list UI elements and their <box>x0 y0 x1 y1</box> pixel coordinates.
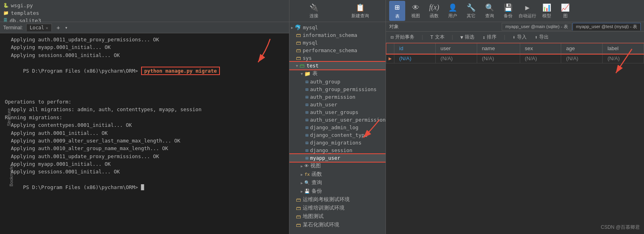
file-templates[interactable]: 📁 templates <box>0 9 289 17</box>
table-icon-6: ⊞ <box>306 117 308 123</box>
tree-views-folder[interactable]: ▶ 👁 视图 <box>289 162 386 170</box>
col-name[interactable]: name <box>477 43 520 54</box>
views-folder-icon: 👁 <box>304 163 309 169</box>
tab-chevron-icon[interactable]: ▾ <box>65 25 68 31</box>
toolbar-view-btn[interactable]: 👁 视图 <box>408 3 424 19</box>
table-label-7: django_admin_log <box>310 124 358 130</box>
tree-mysql-db[interactable]: 🗃 mysql <box>289 39 386 47</box>
model-tool-label: 模型 <box>542 13 551 19</box>
db-petro-icon: 🗃 <box>296 222 301 228</box>
tree-backup-folder[interactable]: ▶ 💾 备份 <box>289 187 386 195</box>
filter-btn[interactable]: ▼ 筛选 <box>459 33 476 41</box>
tree-root-mysql[interactable]: ▶ 🐬 mysql <box>289 24 386 31</box>
toolbar-query-btn[interactable]: 🔍 查询 <box>482 3 498 19</box>
toolbar-autorun-btn[interactable]: ▶ 自动运行 <box>519 3 536 19</box>
chevron-right-icon-fn: ▶ <box>301 173 303 177</box>
tree-test-db[interactable]: ▼ 🗃 test <box>289 62 386 69</box>
table-icon-10: ⊞ <box>306 148 308 153</box>
col-user[interactable]: user <box>435 43 477 54</box>
tree-django-session[interactable]: ⊞ django_session <box>289 147 386 154</box>
filter-label: 筛选 <box>465 34 474 41</box>
db-label-1: information_schema <box>303 32 357 38</box>
text-btn[interactable]: T 文本 <box>429 33 446 41</box>
import-label: 导入 <box>517 34 527 41</box>
sort-btn[interactable]: ↕ 排序 <box>481 33 498 41</box>
terminal-local-tab[interactable]: Local ✕ <box>26 24 52 31</box>
col-sex[interactable]: sex <box>520 43 561 54</box>
tree-petro-test[interactable]: 🗃 某石化测试环境 <box>289 221 386 229</box>
view-tool-label: 视图 <box>411 13 420 19</box>
cell-id[interactable]: (N/A) <box>394 54 436 63</box>
tree-information-schema[interactable]: 🗃 information_schema <box>289 31 386 39</box>
table-label-9: django_migrations <box>310 140 361 146</box>
backup-tool-icon: 💾 <box>504 3 513 12</box>
tree-auth-user-groups[interactable]: ⊞ auth_user_groups <box>289 108 386 116</box>
tree-map-test[interactable]: 🗃 地图测试 <box>289 212 386 221</box>
begin-transaction-btn[interactable]: ⊡ 开始事务 <box>389 33 416 41</box>
tree-tables-folder[interactable]: ▼ 📁 表 <box>289 69 386 78</box>
import-btn[interactable]: ⬇ 导入 <box>511 33 528 41</box>
toolbar-other-btn[interactable]: 🔧 其它 <box>463 3 479 19</box>
tree-functions-folder[interactable]: ▶ fx 函数 <box>289 170 386 179</box>
add-tab-button[interactable]: + <box>55 24 62 31</box>
right-panel: ⊞ 表 👁 视图 f(x) 函数 👤 用户 🔧 其它 🔍 查询 💾 备份 ▶ <box>386 0 644 234</box>
tab-close-icon[interactable]: ✕ <box>46 26 48 30</box>
tree-auth-group-permissions[interactable]: ⊞ auth_group_permissions <box>289 85 386 93</box>
new-query-button[interactable]: 📋 新建查询 <box>351 3 369 19</box>
divider-3: | <box>503 35 506 40</box>
tree-auth-user-user-permission[interactable]: ⊞ auth_user_user_permission <box>289 116 386 124</box>
toolbar-model-btn[interactable]: 📊 模型 <box>539 3 555 19</box>
tree-sys[interactable]: 🗃 sys <box>289 54 386 62</box>
db-label-3: performance_schema <box>303 47 357 53</box>
toolbar-table-btn[interactable]: ⊞ 表 <box>389 1 405 21</box>
toolbar-user-btn[interactable]: 👤 用户 <box>445 3 461 19</box>
cell-age: (N/A) <box>561 54 603 63</box>
tree-performance-schema[interactable]: 🗃 performance_schema <box>289 47 386 54</box>
col-id[interactable]: id <box>394 43 436 54</box>
connect-button[interactable]: 🔌 连接 <box>306 3 322 19</box>
cell-label: (N/A) <box>603 54 644 63</box>
col-age[interactable]: age <box>561 43 603 54</box>
table-icon-4: ⊞ <box>306 102 308 108</box>
data-table: id user name sex age label ▶ (N/A) (N/A)… <box>386 43 644 63</box>
filter-icon: ▼ <box>460 35 463 40</box>
table-icon-5: ⊞ <box>306 110 308 115</box>
structure-label: Structure <box>6 108 11 126</box>
table-label-1: auth_group <box>310 79 340 85</box>
toolbar-chart-btn[interactable]: 📈 图 <box>557 3 573 19</box>
text-label: 文本 <box>435 34 445 41</box>
terminal-line-10: Applying contenttypes.0001_initial... OK <box>5 121 284 129</box>
toolbar-backup-btn[interactable]: 💾 备份 <box>500 3 516 19</box>
queries-folder-icon: 🔍 <box>304 180 310 185</box>
tree-ops-test-env[interactable]: 🗃 运维岗考核测试环境 <box>289 195 386 204</box>
tree-ops-train-env[interactable]: 🗃 运维培训测试环境 <box>289 204 386 212</box>
watermark: CSDN @百慕卿君 <box>601 224 640 231</box>
table-label-2: auth_group_permissions <box>310 86 377 92</box>
tree-myapp-user[interactable]: ⊞ myapp_user <box>289 154 386 162</box>
table-label-4: auth_user <box>310 102 337 108</box>
tree-django-content-type[interactable]: ⊞ django_content_type <box>289 131 386 139</box>
table-icon-9: ⊞ <box>306 140 308 146</box>
db-label-test: test <box>306 63 318 69</box>
table-tool-label: 表 <box>395 13 400 19</box>
tree-django-admin-log[interactable]: ⊞ django_admin_log <box>289 124 386 131</box>
file-wsgi-label: wsgi.py <box>11 2 33 8</box>
export-btn[interactable]: ⬆ 导出 <box>533 33 550 41</box>
tree-auth-group[interactable]: ⊞ auth_group <box>289 78 386 85</box>
view-tool-icon: 👁 <box>412 3 419 12</box>
tree-auth-user[interactable]: ⊞ auth_user <box>289 101 386 108</box>
tree-auth-permission[interactable]: ⊞ auth_permission <box>289 93 386 101</box>
local-tab-label: Local <box>30 25 44 31</box>
toolbar-func-btn[interactable]: f(x) 函数 <box>426 3 442 19</box>
backup-folder-icon: 💾 <box>304 189 310 194</box>
func-tool-label: 函数 <box>430 13 439 19</box>
tree-queries-folder[interactable]: ▶ 🔍 查询 <box>289 179 386 187</box>
other-tool-label: 其它 <box>467 13 476 19</box>
tree-django-migrations[interactable]: ⊞ django_migrations <box>289 139 386 147</box>
tab-main-sqlite[interactable]: myapp_user @main (sqlite) - 表 <box>502 23 571 31</box>
col-label[interactable]: label <box>603 43 644 54</box>
chevron-right-icon-views: ▶ <box>301 164 303 168</box>
tab-test-mysql[interactable]: myapp_user @test (mysql) - 表 <box>572 23 641 31</box>
file-wsgi[interactable]: 🐍 wsgi.py <box>0 2 289 9</box>
left-panel: 🐍 wsgi.py 📁 templates 🗄 db.sqlite3 Termi… <box>0 0 289 234</box>
